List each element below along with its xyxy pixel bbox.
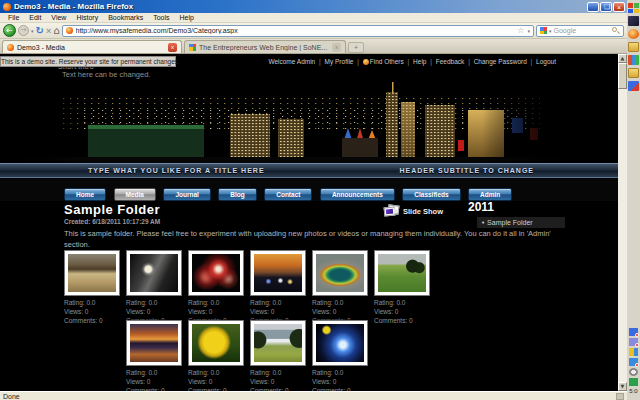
desktop-chart-icon[interactable]	[628, 55, 639, 65]
search-engine-dropdown-icon[interactable]: ▾	[549, 28, 552, 34]
gallery-item[interactable]: Rating: 0.0Views: 0Comments: 0	[126, 250, 182, 325]
photo-thumbnail[interactable]	[64, 250, 120, 296]
tab2-favicon	[189, 44, 196, 51]
gallery-item[interactable]: Rating: 0.0Views: 0Comments: 0	[374, 250, 430, 325]
desktop-folder-icon[interactable]	[628, 42, 639, 52]
menu-history[interactable]: History	[71, 14, 103, 21]
menu-tools[interactable]: Tools	[148, 14, 174, 21]
nav-tab-home[interactable]: Home	[64, 188, 106, 201]
views-label: Views: 0	[64, 308, 120, 317]
gallery-item[interactable]: Rating: 0.0Views: 0Comments: 0	[188, 320, 244, 391]
thumbnail-hot-spring-image	[316, 254, 364, 292]
page-content: Short Intro This is a demo site. Reserve…	[0, 54, 618, 391]
photo-thumbnail[interactable]	[126, 250, 182, 296]
restore-button[interactable]: ❑	[600, 2, 612, 12]
scroll-up-button[interactable]: ▲	[618, 54, 627, 63]
scrollbar-thumb[interactable]	[618, 63, 627, 89]
menu-bar: File Edit View History Bookmarks Tools H…	[0, 13, 627, 23]
tab-close-icon[interactable]: x	[168, 43, 177, 52]
app-shortcut-icon[interactable]	[629, 348, 638, 356]
url-text[interactable]: http://www.mysafemedia.com/Demo3/Categor…	[76, 27, 515, 34]
nav-tab-classifieds[interactable]: Classifieds	[402, 188, 460, 201]
desktop-folder-icon[interactable]	[628, 68, 639, 78]
desktop-app-icon[interactable]	[628, 16, 639, 26]
photo-thumbnail[interactable]	[188, 250, 244, 296]
gallery-item[interactable]: Rating: 0.0Views: 0Comments: 0	[126, 320, 182, 391]
views-label: Views: 0	[312, 308, 368, 317]
scroll-down-button[interactable]: ▼	[618, 382, 627, 391]
network-shortcut-icon[interactable]	[629, 338, 638, 346]
search-box[interactable]: ▾ Google	[536, 25, 624, 37]
desktop-media-icon[interactable]	[628, 81, 639, 91]
tab-demo3-media[interactable]: Demo3 - Media x	[2, 40, 182, 53]
photo-thumbnail[interactable]	[250, 250, 306, 296]
rating-label: Rating: 0.0	[126, 369, 182, 378]
feedback-link[interactable]: Feedback	[436, 58, 465, 65]
network-shortcut-icon[interactable]	[629, 358, 638, 366]
search-icon[interactable]	[612, 27, 620, 35]
close-button[interactable]: ×	[613, 2, 625, 12]
slideshow-link[interactable]: Slide Show	[384, 205, 443, 217]
desktop-clock-text: 5:0	[627, 388, 640, 394]
nav-tab-blog[interactable]: Blog	[218, 188, 256, 201]
title-bar[interactable]: Demo3 - Media - Mozilla Firefox _ ❑ ×	[0, 0, 627, 13]
tab-bar: Demo3 - Media x The Entrepreneurs Web En…	[0, 39, 627, 54]
nav-tab-journal[interactable]: Journal	[163, 188, 210, 201]
logout-link[interactable]: Logout	[536, 58, 556, 65]
menu-view[interactable]: View	[46, 14, 71, 21]
gallery-item[interactable]: Rating: 0.0Views: 0Comments: 0	[64, 250, 120, 325]
nav-tab-media[interactable]: Media	[114, 188, 156, 201]
photo-thumbnail[interactable]	[126, 320, 182, 366]
window-title: Demo3 - Media - Mozilla Firefox	[14, 2, 586, 11]
photo-thumbnail[interactable]	[374, 250, 430, 296]
new-tab-button[interactable]: +	[348, 42, 364, 53]
google-logo-icon[interactable]	[540, 27, 547, 34]
menu-file[interactable]: File	[3, 14, 24, 21]
nav-tab-contact[interactable]: Contact	[264, 188, 312, 201]
thumbnail-yellow-flower-image	[192, 324, 240, 362]
gallery-item[interactable]: Rating: 0.0Views: 0Comments: 0	[250, 320, 306, 391]
gallery-item[interactable]: Rating: 0.0Views: 0Comments: 0	[312, 250, 368, 325]
history-dropdown-icon[interactable]: ▾	[31, 28, 34, 34]
menu-bookmarks[interactable]: Bookmarks	[103, 14, 148, 21]
menu-edit[interactable]: Edit	[24, 14, 46, 21]
url-dropdown-icon[interactable]: ▾	[527, 28, 530, 34]
my-profile-link[interactable]: My Profile	[325, 58, 354, 65]
photo-thumbnail[interactable]	[188, 320, 244, 366]
vertical-scrollbar[interactable]: ▲ ▼	[618, 54, 627, 391]
url-bar[interactable]: http://www.mysafemedia.com/Demo3/Categor…	[62, 25, 534, 37]
gallery-item[interactable]: Rating: 0.0Views: 0Comments: 0	[312, 320, 368, 391]
menu-help[interactable]: Help	[175, 14, 199, 21]
photo-thumbnail[interactable]	[312, 250, 368, 296]
clock-icon[interactable]	[629, 368, 638, 376]
gallery-item[interactable]: Rating: 0.0Views: 0Comments: 0	[188, 250, 244, 325]
photo-thumbnail[interactable]	[312, 320, 368, 366]
app-shortcut-icon[interactable]	[629, 378, 638, 386]
tab-entrepreneurs-web-engine[interactable]: The Entrepreneurs Web Engine | SoNE... x	[184, 40, 346, 53]
rating-label: Rating: 0.0	[374, 299, 430, 308]
help-link[interactable]: Help	[413, 58, 426, 65]
network-shortcut-icon[interactable]	[629, 328, 638, 336]
views-label: Views: 0	[312, 378, 368, 387]
windows-logo-icon[interactable]	[628, 3, 639, 13]
find-others-link[interactable]: Find Others	[370, 58, 404, 65]
back-button[interactable]: ←	[3, 24, 16, 37]
minimize-button[interactable]: _	[587, 2, 599, 12]
nav-tab-announcements[interactable]: Announcements	[320, 188, 395, 201]
bookmark-star-icon[interactable]: ☆	[517, 26, 524, 35]
archive-item-sample-folder[interactable]: • Sample Folder	[477, 217, 565, 228]
stop-button[interactable]: ×	[46, 26, 51, 36]
quick-note-icon[interactable]	[616, 393, 624, 400]
home-button[interactable]: ⌂	[53, 25, 59, 36]
reload-button[interactable]: ↻	[36, 25, 44, 36]
forward-button[interactable]: →	[18, 25, 29, 36]
photo-thumbnail[interactable]	[250, 320, 306, 366]
change-password-link[interactable]: Change Password	[474, 58, 527, 65]
gallery-item[interactable]: Rating: 0.0Views: 0Comments: 0	[250, 250, 306, 325]
desktop-firefox-icon[interactable]	[628, 29, 639, 39]
comments-label: Comments: 0	[188, 387, 244, 391]
search-input[interactable]: Google	[554, 27, 610, 34]
site-navigation: Home Media Journal Blog Contact Announce…	[0, 179, 618, 201]
tab-close-icon[interactable]: x	[332, 43, 341, 52]
browser-window: Demo3 - Media - Mozilla Firefox _ ❑ × Fi…	[0, 0, 627, 400]
